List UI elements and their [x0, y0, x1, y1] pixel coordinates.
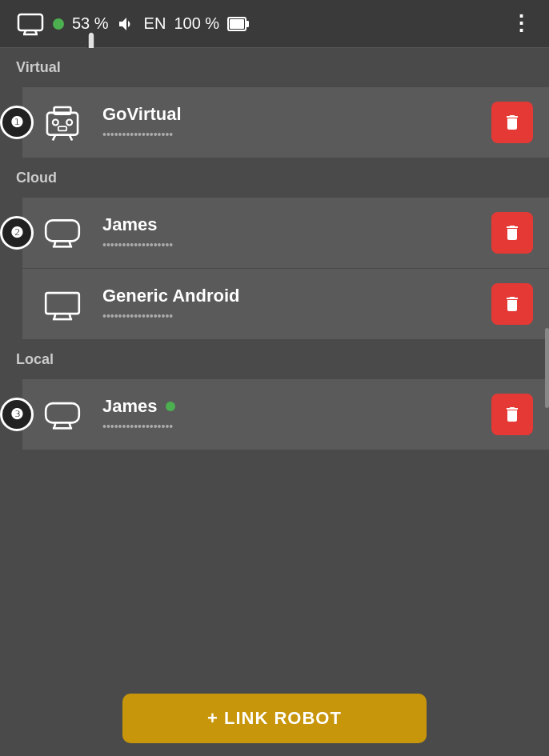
robot-icon [38, 98, 86, 146]
table-row: Generic Android •••••••••••••••••• [22, 269, 549, 340]
section-header-cloud: Cloud [0, 158, 549, 198]
step-badge-3: ❸ [0, 398, 34, 431]
robot-name: James [102, 214, 475, 235]
link-robot-button[interactable]: + LINK ROBOT [122, 694, 427, 743]
robot-info: James •••••••••••••••••• [102, 396, 475, 433]
robot-info: Generic Android •••••••••••••••••• [102, 286, 475, 322]
volume-icon [117, 14, 136, 34]
section-local: Local ❸ James [0, 340, 549, 450]
robot-subtitle: •••••••••••••••••• [102, 420, 262, 433]
robot-subtitle: •••••••••••••••••• [102, 310, 262, 322]
step-badge-2: ❷ [0, 216, 34, 250]
status-green-dot [53, 18, 64, 30]
table-row: ❸ James •••••••••••••••••• [22, 379, 549, 450]
monitor-rounded-icon [38, 209, 86, 257]
svg-rect-7 [47, 113, 78, 135]
status-bar: 53 % EN 100 % ⋮ [0, 0, 549, 48]
svg-rect-18 [46, 293, 79, 314]
section-cloud: Cloud ❷ James [0, 158, 549, 340]
virtual-robots-list: ❶ GoVirtual [22, 87, 549, 158]
svg-point-10 [66, 120, 72, 126]
more-options-icon[interactable]: ⋮ [511, 11, 533, 36]
svg-rect-22 [46, 403, 79, 422]
battery-text: 53 % [72, 14, 109, 33]
delete-button[interactable] [491, 283, 533, 325]
monitor-square-icon [38, 280, 86, 328]
online-indicator [166, 402, 175, 411]
robot-subtitle: •••••••••••••••••• [102, 238, 262, 251]
bottom-bar: + LINK ROBOT [0, 681, 549, 756]
robot-info: James •••••••••••••••••• [102, 214, 475, 251]
table-row: ❶ GoVirtual [22, 87, 549, 158]
svg-rect-13 [58, 126, 66, 130]
robot-name: James [102, 396, 475, 417]
scrollbar[interactable] [545, 328, 549, 408]
step-badge-1: ❶ [0, 106, 34, 139]
svg-rect-14 [46, 220, 79, 241]
svg-point-9 [53, 120, 58, 126]
monitor-local-icon [38, 390, 86, 438]
delete-button[interactable] [491, 212, 533, 254]
robot-info: GoVirtual •••••••••••••••••• [102, 104, 475, 141]
main-content: Virtual ❶ Go [0, 48, 549, 692]
robot-name: Generic Android [102, 286, 475, 306]
delete-button[interactable] [491, 102, 533, 143]
svg-rect-5 [246, 21, 249, 27]
svg-rect-6 [230, 19, 244, 29]
monitor-status-icon [16, 10, 45, 38]
robot-subtitle: •••••••••••••••••• [102, 128, 262, 141]
battery-icon [227, 13, 250, 35]
delete-button[interactable] [491, 394, 533, 435]
cloud-robots-list: ❷ James •••••••••••••••••• [22, 198, 549, 340]
section-header-local: Local [0, 340, 549, 379]
robot-name: GoVirtual [102, 104, 475, 125]
local-robots-list: ❸ James •••••••••••••••••• [22, 379, 549, 450]
section-header-virtual: Virtual [0, 48, 549, 87]
brightness-text: 100 % [174, 14, 219, 33]
table-row: ❷ James •••••••••••••••••• [22, 198, 549, 269]
svg-rect-0 [18, 14, 42, 30]
section-virtual: Virtual ❶ Go [0, 48, 549, 158]
svg-rect-8 [54, 107, 71, 114]
language-text: EN [144, 14, 166, 33]
